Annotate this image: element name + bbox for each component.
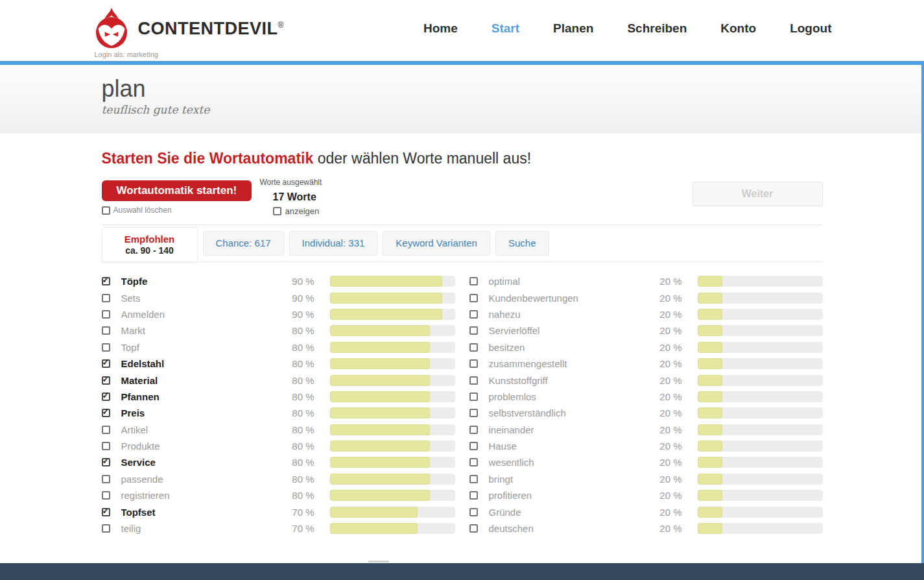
word-label[interactable]: problemlos <box>489 391 643 402</box>
word-label[interactable]: nahezu <box>489 309 643 320</box>
word-checkbox[interactable] <box>469 475 478 483</box>
word-checkbox[interactable] <box>102 409 110 417</box>
word-label[interactable]: zusammengestellt <box>489 358 643 369</box>
word-label[interactable]: Hause <box>489 441 643 452</box>
word-label[interactable]: Artikel <box>121 424 276 435</box>
word-bar-track <box>330 309 455 320</box>
word-bar-fill <box>698 490 723 501</box>
word-percent: 20 % <box>650 457 691 468</box>
brand-name[interactable]: CONTENTDEVIL® <box>138 19 284 39</box>
nav-item-home[interactable]: Home <box>423 21 458 36</box>
word-bar-fill <box>698 407 723 418</box>
word-label[interactable]: registrieren <box>121 490 276 501</box>
nav-item-logout[interactable]: Logout <box>790 21 831 36</box>
word-label[interactable]: bringt <box>489 474 643 485</box>
tab-chance[interactable]: Chance: 617 <box>203 231 284 256</box>
word-label[interactable]: deutschen <box>489 523 643 534</box>
word-row: Gründe20 % <box>469 503 823 520</box>
word-checkbox[interactable] <box>102 376 110 385</box>
word-checkbox[interactable] <box>469 508 478 516</box>
word-percent: 20 % <box>650 474 691 485</box>
word-label[interactable]: Markt <box>121 325 276 336</box>
word-label[interactable]: wesentlich <box>489 457 643 468</box>
word-label[interactable]: Sets <box>121 293 276 304</box>
word-label[interactable]: Produkte <box>121 441 276 452</box>
word-label[interactable]: Preis <box>121 407 276 418</box>
word-label[interactable]: Topf <box>121 342 276 353</box>
weiter-button[interactable]: Weiter <box>693 182 823 206</box>
word-checkbox[interactable] <box>102 326 110 335</box>
word-checkbox[interactable] <box>469 458 478 466</box>
word-bar-fill <box>698 375 723 386</box>
word-checkbox[interactable] <box>469 426 478 434</box>
word-checkbox[interactable] <box>102 359 110 368</box>
word-label[interactable]: teilig <box>121 523 276 534</box>
word-label[interactable]: Service <box>121 457 276 468</box>
word-bar-fill <box>330 293 443 304</box>
word-percent: 80 % <box>282 325 324 336</box>
tab-suche[interactable]: Suche <box>495 231 549 256</box>
tab-individual[interactable]: Individual: 331 <box>289 231 378 256</box>
word-label[interactable]: Kunststoffgriff <box>489 375 643 386</box>
word-checkbox[interactable] <box>469 524 478 533</box>
word-label[interactable]: Edelstahl <box>121 358 276 369</box>
word-checkbox[interactable] <box>102 277 110 285</box>
word-label[interactable]: selbstverständlich <box>489 407 643 418</box>
right-accent-strip <box>921 65 924 563</box>
word-label[interactable]: Pfannen <box>121 391 276 402</box>
word-bar-fill <box>330 490 430 501</box>
word-checkbox[interactable] <box>469 310 478 319</box>
word-label[interactable]: Töpfe <box>121 276 276 287</box>
nav-item-konto[interactable]: Konto <box>720 21 756 36</box>
wortautomatik-start-button[interactable]: Wortautomatik starten! <box>102 180 252 201</box>
word-checkbox[interactable] <box>102 524 110 533</box>
word-checkbox[interactable] <box>469 294 478 302</box>
word-row: Topf80 % <box>102 339 455 356</box>
word-checkbox[interactable] <box>469 359 478 368</box>
word-label[interactable]: besitzen <box>489 342 643 353</box>
word-checkbox[interactable] <box>469 491 478 500</box>
word-bar-track <box>330 342 455 353</box>
word-label[interactable]: Servierlöffel <box>489 325 643 336</box>
show-words-checkbox[interactable] <box>273 207 281 215</box>
word-checkbox[interactable] <box>102 458 110 466</box>
page-title-band: plan teuflisch gute texte <box>0 65 924 133</box>
word-checkbox[interactable] <box>469 343 478 352</box>
word-label[interactable]: Gründe <box>489 507 643 518</box>
word-percent: 80 % <box>282 358 324 369</box>
word-checkbox[interactable] <box>469 277 478 285</box>
word-label[interactable]: Kundenbewertungen <box>489 293 643 304</box>
word-label[interactable]: Topfset <box>121 507 276 518</box>
word-label[interactable]: profitieren <box>489 490 643 501</box>
word-checkbox[interactable] <box>469 393 478 401</box>
nav-item-start[interactable]: Start <box>492 21 519 36</box>
word-checkbox[interactable] <box>102 294 110 302</box>
word-checkbox[interactable] <box>102 442 110 450</box>
word-checkbox[interactable] <box>102 491 110 500</box>
word-label[interactable]: optimal <box>489 276 643 287</box>
word-row: selbstverständlich20 % <box>469 405 823 421</box>
word-checkbox[interactable] <box>469 376 478 385</box>
word-label[interactable]: ineinander <box>489 424 643 435</box>
word-bar-fill <box>698 293 723 304</box>
tab-keyword-varianten[interactable]: Keyword Varianten <box>383 231 490 256</box>
word-label[interactable]: Anmelden <box>121 309 276 320</box>
word-checkbox[interactable] <box>102 310 110 319</box>
heading-rest: oder wählen Worte manuell aus! <box>313 150 531 167</box>
nav-item-planen[interactable]: Planen <box>553 21 593 36</box>
word-checkbox[interactable] <box>102 426 110 434</box>
word-checkbox[interactable] <box>102 343 110 352</box>
word-label[interactable]: passende <box>121 474 276 485</box>
word-checkbox[interactable] <box>102 393 110 401</box>
tab-empfohlen[interactable]: Empfohlen ca. 90 - 140 <box>102 227 198 262</box>
word-checkbox[interactable] <box>469 326 478 335</box>
word-checkbox[interactable] <box>102 475 110 483</box>
clear-selection-checkbox[interactable] <box>102 206 110 215</box>
word-checkbox[interactable] <box>102 508 110 516</box>
nav-item-schreiben[interactable]: Schreiben <box>627 21 687 36</box>
word-bar-fill <box>698 424 723 435</box>
word-checkbox[interactable] <box>469 442 478 450</box>
word-label[interactable]: Material <box>121 375 276 386</box>
word-checkbox[interactable] <box>469 409 478 417</box>
word-percent: 70 % <box>282 507 324 518</box>
